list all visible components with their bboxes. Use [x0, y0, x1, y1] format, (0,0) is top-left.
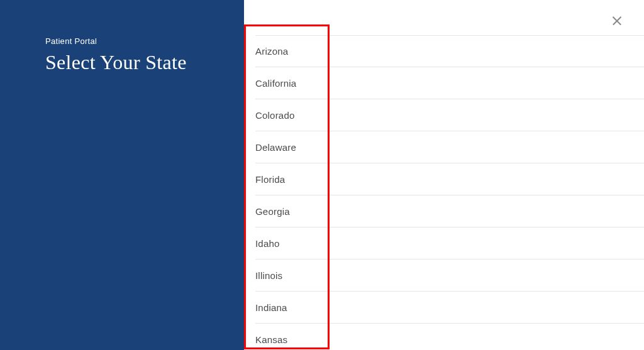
state-label: Indiana — [255, 302, 287, 313]
breadcrumb: Patient Portal — [45, 36, 244, 46]
state-label: Delaware — [255, 142, 296, 153]
state-row[interactable]: Delaware — [255, 131, 644, 163]
state-row[interactable]: Indiana — [255, 292, 644, 324]
state-label: Idaho — [255, 238, 280, 249]
state-row[interactable]: Illinois — [255, 260, 644, 292]
state-list: ArizonaCalifornia+ColoradoDelawareFlorid… — [255, 35, 644, 350]
state-label: Illinois — [255, 270, 282, 281]
state-row[interactable]: Idaho — [255, 227, 644, 260]
state-label: Florida — [255, 174, 285, 185]
state-row[interactable]: Georgia+ — [255, 195, 644, 227]
state-label: Arizona — [255, 46, 288, 57]
state-label: California — [255, 78, 296, 89]
state-row[interactable]: Colorado — [255, 99, 644, 131]
state-label: Georgia — [255, 206, 290, 217]
side-panel: Patient Portal Select Your State — [0, 0, 244, 350]
main-panel: ArizonaCalifornia+ColoradoDelawareFlorid… — [244, 0, 644, 350]
state-label: Kansas — [255, 334, 287, 345]
state-row[interactable]: Florida — [255, 163, 644, 195]
page-title: Select Your State — [45, 51, 244, 74]
state-row[interactable]: Arizona — [255, 35, 644, 67]
state-row[interactable]: California+ — [255, 67, 644, 99]
state-label: Colorado — [255, 110, 294, 121]
state-row[interactable]: Kansas — [255, 324, 644, 350]
close-icon[interactable] — [611, 15, 623, 26]
